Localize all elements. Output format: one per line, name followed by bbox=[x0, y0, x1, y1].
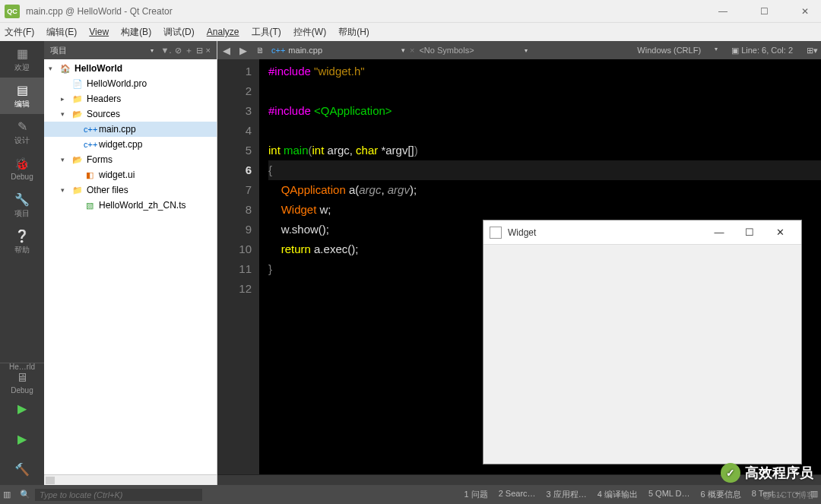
tree-headers[interactable]: ▸📁Headers bbox=[44, 91, 217, 106]
menu-view[interactable]: View bbox=[89, 27, 109, 37]
help-icon: ❔ bbox=[14, 229, 30, 243]
tree-forms[interactable]: ▾📂Forms bbox=[44, 152, 217, 167]
tree-widget-cpp[interactable]: c++widget.cpp bbox=[44, 137, 217, 152]
locator-input[interactable] bbox=[35, 489, 202, 501]
tab-test[interactable]: 8 Test … bbox=[752, 489, 785, 500]
cursor-position[interactable]: ▣ Line: 6, Col: 2 bbox=[731, 46, 793, 55]
widget-titlebar[interactable]: Widget — ☐ ✕ bbox=[483, 220, 801, 245]
menu-tools[interactable]: 工具(T) bbox=[252, 26, 281, 39]
link-icon[interactable]: ⊘ bbox=[175, 46, 182, 55]
menu-widgets[interactable]: 控件(W) bbox=[293, 26, 326, 39]
mode-edit-label: 编辑 bbox=[14, 99, 30, 109]
menu-file[interactable]: 文件(F) bbox=[5, 26, 34, 39]
minimize-button[interactable]: — bbox=[712, 0, 734, 23]
tree-other-label: Other files bbox=[87, 185, 128, 195]
tab-issues[interactable]: 1 问题 bbox=[464, 489, 487, 500]
mode-projects-label: 项目 bbox=[14, 208, 30, 219]
window-titlebar: QC main.cpp @ HelloWorld - Qt Creator — … bbox=[0, 0, 821, 23]
symbols-dropdown[interactable]: <No Symbols> bbox=[419, 46, 474, 55]
build-button[interactable]: 🔨 bbox=[0, 455, 44, 485]
chevron-down-icon: ▾ bbox=[49, 65, 59, 72]
menubar: 文件(F) 编辑(E) View 构建(B) 调试(D) Analyze 工具(… bbox=[0, 23, 821, 41]
tree-sources-label: Sources bbox=[87, 109, 120, 119]
menu-edit[interactable]: 编辑(E) bbox=[46, 26, 77, 39]
maximize-button[interactable]: ☐ bbox=[753, 0, 775, 23]
file-icon: 📄 bbox=[71, 79, 84, 89]
folder-open-icon: 📂 bbox=[71, 109, 84, 119]
filter-icon[interactable]: ▼. bbox=[161, 46, 172, 55]
mode-edit[interactable]: ▤编辑 bbox=[0, 78, 44, 114]
hammer-icon: 🔨 bbox=[14, 462, 30, 477]
window-title: main.cpp @ HelloWorld - Qt Creator bbox=[26, 6, 712, 17]
project-h-scrollbar[interactable] bbox=[44, 474, 217, 485]
tree-headers-label: Headers bbox=[87, 94, 121, 104]
widget-window: Widget — ☐ ✕ bbox=[483, 220, 802, 464]
folder-open-icon: 📂 bbox=[71, 155, 84, 165]
locator[interactable]: 🔍 bbox=[20, 489, 263, 501]
tree-pro-file[interactable]: 📄HelloWorld.pro bbox=[44, 76, 217, 91]
nav-fwd-button[interactable]: ▶ bbox=[237, 45, 249, 56]
close-button[interactable]: ✕ bbox=[794, 0, 816, 23]
toggle-right-sidebar-icon[interactable]: ▥ bbox=[810, 489, 818, 500]
mode-welcome[interactable]: ▦欢迎 bbox=[0, 41, 44, 78]
mode-design[interactable]: ✎设计 bbox=[0, 114, 44, 151]
menu-help[interactable]: 帮助(H) bbox=[338, 26, 369, 39]
tree-widgetui-label: widget.ui bbox=[99, 170, 135, 180]
output-tabs: 1 问题 2 Searc… 3 应用程… 4 编译输出 5 QML D… 6 概… bbox=[464, 489, 818, 500]
project-header: 项目 ▾ ▼. ⊘ ＋ ⊟ × bbox=[44, 41, 217, 59]
tab-qml[interactable]: 5 QML D… bbox=[648, 489, 690, 500]
cpp-icon: c++ bbox=[84, 140, 96, 149]
editor-h-scrollbar[interactable] bbox=[217, 474, 821, 485]
kit-selector[interactable]: He…rld🖥Debug bbox=[0, 363, 44, 394]
tree-other[interactable]: ▾📁Other files bbox=[44, 182, 217, 198]
mode-design-label: 设计 bbox=[14, 135, 30, 146]
menu-build[interactable]: 构建(B) bbox=[121, 26, 151, 39]
split-editor-icon[interactable]: ⊞▾ bbox=[807, 46, 818, 55]
widget-maximize-button[interactable]: ☐ bbox=[734, 227, 765, 238]
mode-welcome-label: 欢迎 bbox=[14, 62, 30, 73]
close-panel-icon[interactable]: × bbox=[206, 46, 211, 55]
tree-widget-ui[interactable]: ◧widget.ui bbox=[44, 167, 217, 182]
mode-sidebar: ▦欢迎 ▤编辑 ✎设计 🐞Debug 🔧项目 ❔帮助 He…rld🖥Debug … bbox=[0, 41, 44, 485]
menu-debug[interactable]: 调试(D) bbox=[163, 26, 195, 39]
line-ending-label[interactable]: Windows (CRLF) bbox=[637, 46, 701, 55]
mode-projects[interactable]: 🔧项目 bbox=[0, 187, 44, 223]
widget-close-button[interactable]: ✕ bbox=[765, 227, 795, 238]
tree-ts-file[interactable]: ▧HelloWorld_zh_CN.ts bbox=[44, 198, 217, 213]
menu-analyze[interactable]: Analyze bbox=[207, 27, 239, 37]
tab-general[interactable]: 6 概要信息 bbox=[701, 489, 741, 500]
add-icon[interactable]: ＋ bbox=[185, 45, 193, 56]
debug-run-button[interactable]: ▶ bbox=[0, 424, 44, 455]
tab-app-output[interactable]: 3 应用程… bbox=[547, 489, 587, 500]
nav-back-button[interactable]: ◀ bbox=[220, 45, 233, 56]
cpp-icon: c++ bbox=[271, 46, 285, 55]
mode-debug[interactable]: 🐞Debug bbox=[0, 151, 44, 187]
statusbar: ▥ 🔍 1 问题 2 Searc… 3 应用程… 4 编译输出 5 QML D…… bbox=[0, 485, 821, 504]
dropdown-icon[interactable]: ▾ bbox=[151, 47, 154, 54]
file-tab[interactable]: c++ main.cpp ▾ bbox=[271, 46, 405, 55]
bug-icon: 🐞 bbox=[14, 157, 30, 171]
play-debug-icon: ▶ bbox=[17, 432, 27, 446]
dropdown-icon: ▾ bbox=[715, 46, 718, 55]
chevron-down-icon: ▾ bbox=[61, 156, 71, 163]
tree-root[interactable]: ▾🏠HelloWorld bbox=[44, 61, 217, 76]
widget-minimize-button[interactable]: — bbox=[704, 227, 734, 238]
app-icon bbox=[490, 227, 502, 239]
write-lock-icon[interactable]: 🗎 bbox=[254, 46, 267, 55]
tree-root-label: HelloWorld bbox=[74, 63, 122, 74]
tree-main-cpp[interactable]: c++main.cpp bbox=[44, 122, 217, 137]
chevron-right-icon: ▸ bbox=[61, 95, 71, 103]
close-output-icon[interactable]: ÷ bbox=[795, 489, 800, 500]
tab-search[interactable]: 2 Searc… bbox=[499, 489, 536, 500]
run-button[interactable]: ▶ bbox=[0, 394, 44, 424]
tree-sources[interactable]: ▾📂Sources bbox=[44, 106, 217, 122]
tree-widget-label: widget.cpp bbox=[99, 139, 142, 150]
split-icon[interactable]: ⊟ bbox=[196, 46, 203, 55]
play-icon: ▶ bbox=[17, 401, 27, 416]
mode-help[interactable]: ❔帮助 bbox=[0, 223, 44, 260]
toggle-sidebar-icon[interactable]: ▥ bbox=[3, 490, 11, 499]
tree-main-label: main.cpp bbox=[99, 124, 136, 135]
widget-title: Widget bbox=[508, 227, 704, 238]
pencil-icon: ✎ bbox=[17, 119, 27, 134]
tab-compile[interactable]: 4 编译输出 bbox=[598, 489, 638, 500]
